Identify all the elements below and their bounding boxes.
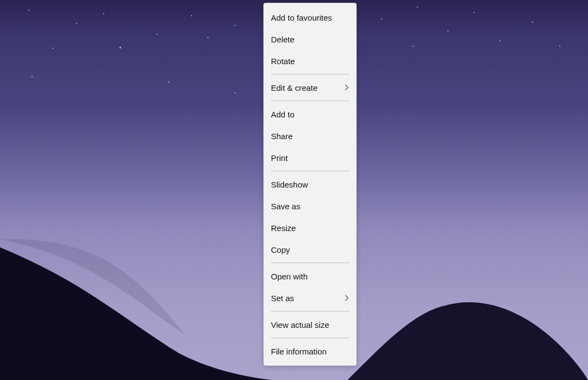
menu-item-resize[interactable]: Resize [271, 217, 349, 239]
menu-item-label: File information [271, 347, 327, 356]
menu-item-copy[interactable]: Copy [271, 239, 349, 260]
menu-item-label: Rotate [271, 57, 295, 66]
menu-item-label: Delete [271, 35, 294, 44]
menu-item-label: Resize [271, 223, 296, 233]
menu-item-slideshow[interactable]: Slideshow [271, 173, 349, 195]
menu-item-label: Add to favourites [271, 13, 332, 22]
menu-item-label: Share [271, 132, 293, 141]
menu-divider [271, 338, 349, 338]
menu-item-label: View actual size [271, 320, 329, 329]
menu-item-label: Copy [271, 245, 290, 254]
menu-divider [271, 74, 349, 74]
menu-item-print[interactable]: Print [271, 147, 349, 169]
menu-item-label: Print [271, 153, 288, 163]
menu-item-set-as[interactable]: Set as [271, 287, 349, 309]
menu-item-edit-and-create[interactable]: Edit & create [271, 77, 349, 98]
menu-item-label: Save as [271, 202, 300, 211]
menu-divider [271, 171, 349, 171]
menu-item-label: Open with [271, 272, 308, 281]
menu-item-rotate[interactable]: Rotate [271, 50, 349, 72]
menu-item-open-with[interactable]: Open with [271, 265, 349, 287]
menu-item-save-as[interactable]: Save as [271, 195, 349, 217]
menu-item-share[interactable]: Share [271, 125, 349, 147]
menu-item-label: Edit & create [271, 83, 318, 92]
menu-item-label: Set as [271, 294, 294, 303]
menu-item-add-to-favourites[interactable]: Add to favourites [271, 7, 349, 28]
chevron-right-icon [345, 295, 349, 301]
wallpaper-background: Add to favourites Delete Rotate Edit & c… [0, 0, 588, 380]
context-menu: Add to favourites Delete Rotate Edit & c… [263, 3, 357, 366]
menu-item-view-actual-size[interactable]: View actual size [271, 314, 349, 335]
menu-divider [271, 263, 349, 263]
chevron-right-icon [345, 84, 349, 91]
menu-item-add-to[interactable]: Add to [271, 103, 349, 125]
menu-item-file-information[interactable]: File information [271, 340, 349, 362]
menu-divider [271, 311, 349, 312]
menu-item-label: Add to [271, 110, 294, 119]
menu-item-delete[interactable]: Delete [271, 28, 349, 50]
menu-item-label: Slideshow [271, 180, 308, 189]
menu-divider [271, 101, 349, 101]
